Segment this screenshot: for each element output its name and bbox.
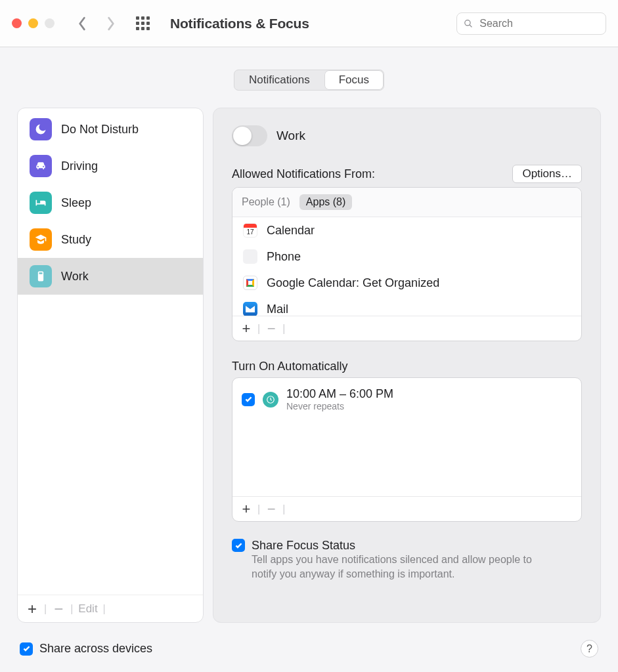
schedule-row[interactable]: 10:00 AM – 6:00 PM Never repeats [240, 385, 573, 414]
remove-app-button[interactable]: − [265, 320, 277, 337]
share-focus-checkbox[interactable] [232, 539, 245, 552]
sidebar-item-dnd[interactable]: Do Not Disturb [18, 111, 203, 148]
fullscreen-button[interactable] [45, 18, 55, 28]
svg-point-0 [465, 20, 470, 25]
window-controls [12, 18, 55, 28]
graduation-icon [30, 228, 52, 251]
show-all-button[interactable] [136, 16, 150, 31]
focus-name: Work [276, 129, 305, 143]
focus-detail-pane: Work Allowed Notifications From: Options… [213, 108, 601, 623]
tab-focus[interactable]: Focus [324, 70, 384, 90]
search-icon [464, 18, 473, 29]
edit-focus-button[interactable]: Edit [78, 602, 97, 616]
help-button[interactable]: ? [581, 640, 598, 658]
google-calendar-icon [243, 276, 257, 290]
sidebar-item-driving[interactable]: Driving [18, 148, 203, 184]
svg-rect-3 [39, 272, 43, 274]
options-button[interactable]: Options… [512, 165, 582, 183]
remove-schedule-button[interactable]: − [265, 501, 277, 518]
search-input[interactable] [478, 17, 599, 30]
tab-notifications[interactable]: Notifications [234, 70, 324, 90]
sidebar-item-study[interactable]: Study [18, 221, 203, 258]
calendar-icon: 17 [243, 223, 257, 238]
close-button[interactable] [12, 18, 22, 28]
nav-back-button[interactable] [76, 17, 89, 30]
tab-apps[interactable]: Apps (8) [299, 194, 352, 210]
sidebar-item-label: Do Not Disturb [61, 123, 139, 136]
list-item[interactable]: Mail [232, 296, 581, 316]
remove-focus-button[interactable]: − [52, 600, 65, 618]
share-focus-desc: Tell apps you have notifications silence… [252, 553, 541, 581]
car-icon [30, 155, 52, 177]
share-focus-title: Share Focus Status [252, 539, 541, 553]
auto-label: Turn On Automatically [232, 360, 582, 373]
add-schedule-button[interactable]: + [240, 501, 252, 518]
badge-icon [30, 265, 52, 287]
focus-list: Do Not Disturb Driving Sleep [18, 108, 203, 595]
minimize-button[interactable] [28, 18, 38, 28]
add-focus-button[interactable]: + [26, 600, 39, 618]
allowed-apps-list: 17 Calendar Phone Google Calendar: Get O… [232, 217, 581, 316]
window-title: Notifications & Focus [170, 16, 309, 32]
list-item[interactable]: 17 Calendar [232, 217, 581, 243]
mail-icon [243, 302, 257, 316]
sidebar-item-sleep[interactable]: Sleep [18, 184, 203, 221]
phone-icon [243, 249, 257, 264]
bed-icon [30, 192, 52, 214]
add-app-button[interactable]: + [240, 320, 252, 337]
schedule-time: 10:00 AM – 6:00 PM [286, 387, 393, 401]
sidebar-item-work[interactable]: Work [18, 258, 203, 295]
focus-toggle[interactable] [232, 125, 267, 146]
sidebar-item-label: Work [61, 270, 89, 284]
titlebar: Notifications & Focus [0, 0, 618, 47]
list-item[interactable]: Google Calendar: Get Organized [232, 270, 581, 296]
nav-forward-button[interactable] [104, 17, 118, 30]
allowed-label: Allowed Notifications From: [232, 167, 375, 181]
share-devices-label: Share across devices [39, 642, 152, 656]
allowed-panel: People (1) Apps (8) 17 Calendar Phone Go… [232, 187, 582, 341]
moon-icon [30, 118, 52, 140]
clock-icon [263, 392, 278, 408]
list-item[interactable]: Phone [232, 243, 581, 270]
sidebar-item-label: Sleep [61, 196, 91, 210]
svg-line-1 [470, 24, 472, 27]
tab-people[interactable]: People (1) [242, 196, 290, 208]
search-field[interactable] [456, 12, 606, 35]
sidebar-item-label: Driving [61, 159, 98, 173]
schedule-repeat: Never repeats [286, 401, 393, 411]
schedule-panel: 10:00 AM – 6:00 PM Never repeats + | − | [232, 377, 582, 522]
share-devices-checkbox[interactable] [20, 642, 33, 656]
sidebar-item-label: Study [61, 233, 91, 247]
focus-sidebar: Do Not Disturb Driving Sleep [17, 108, 204, 623]
schedule-checkbox[interactable] [242, 393, 255, 406]
pane-tabs: Notifications Focus [234, 70, 384, 91]
sidebar-footer: + | − | Edit | [18, 595, 203, 622]
